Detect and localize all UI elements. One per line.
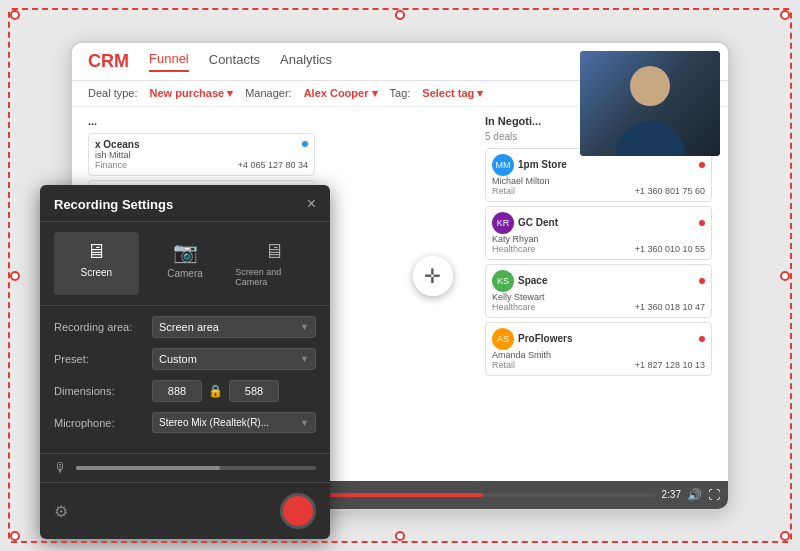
microphone-select[interactable]: Stereo Mix (Realtek(R)... ▼ xyxy=(152,412,316,433)
card-phone: +1 360 010 10 55 xyxy=(635,244,705,254)
avatar: AS xyxy=(492,328,514,350)
nav-analytics[interactable]: Analytics xyxy=(280,52,332,71)
mic-slider-row: 🎙 xyxy=(40,453,330,482)
card-dot xyxy=(699,162,705,168)
card-phone: +1 827 128 10 13 xyxy=(635,360,705,370)
card-tag: Retail xyxy=(492,186,515,196)
avatar: MM xyxy=(492,154,514,176)
card-name: ProFlowers xyxy=(518,333,572,344)
nav-funnel[interactable]: Funnel xyxy=(149,51,189,72)
panel-title: Recording Settings xyxy=(54,197,173,212)
deal-type-label: Deal type: xyxy=(88,87,138,99)
person-body xyxy=(615,121,685,156)
mode-tabs: 🖥 Screen 📷 Camera 🖥 Screen and Camera xyxy=(40,222,330,306)
card-dot xyxy=(699,278,705,284)
volume-icon[interactable]: 🔊 xyxy=(687,488,702,502)
list-item: MM 1pm Store Michael Milton Retail +1 36… xyxy=(485,148,712,202)
card-name: GC Dent xyxy=(518,217,558,228)
preset-label: Preset: xyxy=(54,353,144,365)
card-person: Kelly Stewart xyxy=(492,292,705,302)
card-phone: +1 360 801 75 60 xyxy=(635,186,705,196)
avatar: KS xyxy=(492,270,514,292)
microphone-value: Stereo Mix (Realtek(R)... xyxy=(159,417,269,428)
list-item: AS ProFlowers Amanda Smith Retail +1 827… xyxy=(485,322,712,376)
card-tag: Finance xyxy=(95,160,127,170)
recording-area-label: Recording area: xyxy=(54,321,144,333)
dimensions-row: Dimensions: 🔒 xyxy=(54,380,316,402)
left-col-header: ... xyxy=(88,115,315,127)
card-name: Space xyxy=(518,275,547,286)
settings-gear-button[interactable]: ⚙ xyxy=(54,502,68,521)
card-dot xyxy=(699,336,705,342)
mode-tab-screen-camera-label: Screen and Camera xyxy=(235,267,312,287)
card-tag: Retail xyxy=(492,360,515,370)
settings-body: Recording area: Screen area ▼ Preset: Cu… xyxy=(40,306,330,453)
recording-settings-panel: Recording Settings × 🖥 Screen 📷 Camera 🖥… xyxy=(40,185,330,539)
screen-icon: 🖥 xyxy=(86,240,106,263)
recording-area-row: Recording area: Screen area ▼ xyxy=(54,316,316,338)
microphone-row: Microphone: Stereo Mix (Realtek(R)... ▼ xyxy=(54,412,316,433)
card-tag: Healthcare xyxy=(492,302,536,312)
card-person: Michael Milton xyxy=(492,176,705,186)
dimensions-label: Dimensions: xyxy=(54,385,144,397)
mode-tab-screen-label: Screen xyxy=(80,267,112,278)
record-button[interactable] xyxy=(280,493,316,529)
fullscreen-icon[interactable]: ⛶ xyxy=(708,488,720,502)
panel-footer: ⚙ xyxy=(40,482,330,539)
webcam-overlay xyxy=(580,51,720,156)
webcam-video xyxy=(580,51,720,156)
main-content: CRM Funnel Contacts Analytics Deal type:… xyxy=(0,0,800,551)
video-time: 2:37 xyxy=(662,489,681,500)
list-item: KS Space Kelly Stewart Healthcare +1 360… xyxy=(485,264,712,318)
width-input[interactable] xyxy=(152,380,202,402)
mic-slider-fill xyxy=(76,466,220,470)
deal-type-value[interactable]: New purchase ▾ xyxy=(150,87,234,100)
microphone-icon: 🎙 xyxy=(54,460,68,476)
manager-value[interactable]: Alex Cooper ▾ xyxy=(304,87,378,100)
person-head xyxy=(630,66,670,106)
list-item: x Oceans ish Mittal Finance +4 065 127 8… xyxy=(88,133,315,176)
recording-area-value: Screen area xyxy=(159,321,219,333)
avatar: KR xyxy=(492,212,514,234)
card-dot xyxy=(302,141,308,147)
camera-icon: 📷 xyxy=(173,240,198,264)
card-phone: +4 065 127 80 34 xyxy=(238,160,308,170)
mode-tab-screen[interactable]: 🖥 Screen xyxy=(54,232,139,295)
kanban-col-negotiation: In Negoti... 5 deals MM 1pm Store Michae… xyxy=(485,115,712,485)
card-person: ish Mittal xyxy=(95,150,308,160)
card-person: Amanda Smith xyxy=(492,350,705,360)
dimension-inputs: 🔒 xyxy=(152,380,316,402)
height-input[interactable] xyxy=(229,380,279,402)
panel-header: Recording Settings × xyxy=(40,185,330,222)
card-phone: +1 360 018 10 47 xyxy=(635,302,705,312)
mode-tab-camera[interactable]: 📷 Camera xyxy=(143,232,228,295)
select-arrow-icon: ▼ xyxy=(300,322,309,332)
card-name: x Oceans xyxy=(95,139,139,150)
mode-tab-screen-camera[interactable]: 🖥 Screen and Camera xyxy=(231,232,316,295)
recording-area-select[interactable]: Screen area ▼ xyxy=(152,316,316,338)
crm-logo: CRM xyxy=(88,51,129,72)
card-tag: Healthcare xyxy=(492,244,536,254)
card-name: 1pm Store xyxy=(518,159,567,170)
card-person: Katy Rhyan xyxy=(492,234,705,244)
nav-contacts[interactable]: Contacts xyxy=(209,52,260,71)
mic-slider[interactable] xyxy=(76,466,316,470)
manager-label: Manager: xyxy=(245,87,291,99)
list-item: KR GC Dent Katy Rhyan Healthcare +1 360 … xyxy=(485,206,712,260)
close-button[interactable]: × xyxy=(307,195,316,213)
select-arrow-icon: ▼ xyxy=(300,354,309,364)
tag-value[interactable]: Select tag ▾ xyxy=(422,87,483,100)
select-arrow-icon: ▼ xyxy=(300,418,309,428)
tag-label: Tag: xyxy=(390,87,411,99)
move-cursor-icon[interactable]: ✛ xyxy=(413,256,453,296)
mode-tab-camera-label: Camera xyxy=(167,268,203,279)
preset-select[interactable]: Custom ▼ xyxy=(152,348,316,370)
preset-row: Preset: Custom ▼ xyxy=(54,348,316,370)
record-button-inner xyxy=(291,504,305,518)
card-dot xyxy=(699,220,705,226)
preset-value: Custom xyxy=(159,353,197,365)
screen-camera-icon: 🖥 xyxy=(264,240,284,263)
lock-icon: 🔒 xyxy=(208,384,223,398)
microphone-label: Microphone: xyxy=(54,417,144,429)
